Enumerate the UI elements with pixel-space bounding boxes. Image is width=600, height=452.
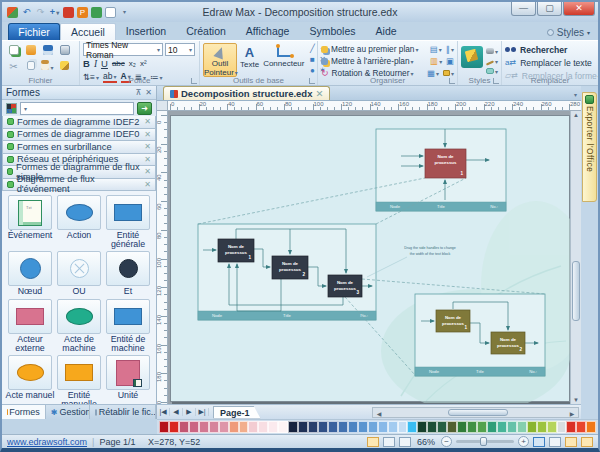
- paste-icon[interactable]: [41, 60, 53, 74]
- text-tool-button[interactable]: A Texte: [239, 43, 260, 77]
- tab-aide[interactable]: Aide: [366, 23, 407, 40]
- color-swatch[interactable]: [278, 421, 288, 433]
- replace-text-button[interactable]: a⇄ Remplacer le texte: [505, 56, 595, 69]
- library-close-icon[interactable]: ✕: [144, 167, 151, 176]
- shape-acteur-externe[interactable]: Acteur externe: [6, 299, 55, 353]
- color-swatch[interactable]: [437, 421, 447, 433]
- redo-icon[interactable]: ↷: [35, 7, 46, 18]
- color-swatch[interactable]: [239, 421, 249, 433]
- send-to-back-button[interactable]: Mettre à l'arrière-plan ▥ ▣: [321, 55, 454, 67]
- italic-button[interactable]: I: [94, 59, 97, 69]
- library-close-icon[interactable]: ✕: [144, 155, 151, 164]
- library-close-icon[interactable]: ✕: [144, 130, 151, 139]
- tab-symboles[interactable]: Symboles: [299, 23, 365, 40]
- color-swatch[interactable]: [537, 421, 547, 433]
- zoom-slider-thumb[interactable]: [480, 437, 487, 446]
- h-scrollbar[interactable]: ◀ ▶: [372, 407, 579, 418]
- color-swatch[interactable]: [368, 421, 378, 433]
- cut-icon[interactable]: ✂: [9, 61, 17, 73]
- v-scrollbar[interactable]: ▲ ▼: [570, 111, 581, 404]
- library-go-button[interactable]: ➜: [137, 102, 152, 115]
- tab-gestion[interactable]: ✱ Gestion: [46, 405, 90, 419]
- normal-view-icon[interactable]: [367, 437, 379, 447]
- rectangle-shape-icon[interactable]: ■: [310, 55, 315, 64]
- color-swatch[interactable]: [507, 421, 517, 433]
- line-shape-icon[interactable]: ╱: [310, 44, 315, 53]
- color-swatch[interactable]: [487, 421, 497, 433]
- print-icon[interactable]: [60, 45, 70, 58]
- shape-entite-generale[interactable]: Entité générale: [104, 195, 153, 249]
- shape-unite[interactable]: Unité: [104, 355, 153, 409]
- color-swatch[interactable]: [358, 421, 368, 433]
- shape-entite-manuelle[interactable]: Entité manuelle: [55, 355, 104, 409]
- library-bar-flux-evenement[interactable]: Diagramme de flux d'événement✕: [2, 179, 156, 192]
- color-swatch[interactable]: [477, 421, 487, 433]
- shape-acte-manuel[interactable]: Acte manuel: [6, 355, 55, 409]
- pin-icon[interactable]: ⊼: [135, 88, 141, 97]
- color-swatch[interactable]: [159, 421, 169, 433]
- close-button[interactable]: ✕: [563, 2, 595, 16]
- align-icon[interactable]: ▤: [430, 44, 442, 54]
- color-swatch[interactable]: [298, 421, 308, 433]
- qat-more-icon[interactable]: ▾: [119, 7, 130, 18]
- color-swatch[interactable]: [557, 421, 567, 433]
- library-color-icon[interactable]: [6, 103, 17, 114]
- color-swatch[interactable]: [417, 421, 427, 433]
- format-painter-icon[interactable]: [60, 61, 69, 73]
- color-swatch[interactable]: [318, 421, 328, 433]
- pointer-tool-button[interactable]: Outil Pointeur: [203, 43, 237, 77]
- shape-entite-machine[interactable]: Entité de machine: [104, 299, 153, 353]
- tab-scroll-icon[interactable]: [573, 88, 577, 99]
- scroll-down-icon[interactable]: ▼: [571, 397, 581, 403]
- color-swatch[interactable]: [586, 421, 596, 433]
- v-scroll-thumb[interactable]: [572, 261, 580, 321]
- export-office-tab[interactable]: Exporter l'Office: [582, 92, 597, 202]
- shape-action[interactable]: Action: [55, 195, 104, 249]
- copy-icon[interactable]: [27, 61, 35, 73]
- prev-page-button[interactable]: ◀: [170, 408, 183, 416]
- outline-view-icon[interactable]: [383, 437, 395, 447]
- color-swatch[interactable]: [268, 421, 278, 433]
- shape-et[interactable]: Et: [104, 251, 153, 296]
- panel-close-icon[interactable]: ✕: [145, 88, 152, 97]
- color-swatch[interactable]: [209, 421, 219, 433]
- color-swatch[interactable]: [258, 421, 268, 433]
- shape-ou[interactable]: OU: [55, 251, 104, 296]
- new-document-icon[interactable]: [105, 7, 116, 18]
- h-scroll-thumb[interactable]: [448, 409, 508, 416]
- move-tool-icon[interactable]: +: [49, 7, 60, 18]
- color-swatch[interactable]: [467, 421, 477, 433]
- shape-noeud[interactable]: Nœud: [6, 251, 55, 296]
- tab-accueil[interactable]: Accueil: [60, 23, 116, 40]
- color-swatch[interactable]: [447, 421, 457, 433]
- color-swatch[interactable]: [566, 421, 576, 433]
- underline-button[interactable]: U: [101, 58, 108, 69]
- color-swatch[interactable]: [407, 421, 417, 433]
- tab-insertion[interactable]: Insertion: [116, 23, 176, 40]
- color-swatch[interactable]: [248, 421, 258, 433]
- color-swatch[interactable]: [427, 421, 437, 433]
- open-folder-icon[interactable]: [26, 45, 36, 58]
- page-tab[interactable]: Page-1: [213, 406, 261, 419]
- superscript-button[interactable]: x²: [140, 59, 147, 68]
- ellipse-shape-icon[interactable]: ●: [310, 66, 315, 75]
- first-page-button[interactable]: |◀: [157, 408, 170, 416]
- save-icon[interactable]: [43, 45, 53, 58]
- scroll-right-icon[interactable]: ▶: [568, 410, 576, 417]
- styles-menu-button[interactable]: Styles ▾: [547, 27, 590, 38]
- subscript-button[interactable]: x₂: [129, 59, 136, 68]
- export-image-icon[interactable]: [91, 7, 102, 18]
- layout-icon[interactable]: ▥: [430, 56, 442, 66]
- font-family-combo[interactable]: Times New Roman: [83, 43, 163, 56]
- document-tab-close-icon[interactable]: ✕: [315, 88, 323, 99]
- library-close-icon[interactable]: ✕: [144, 117, 151, 126]
- maximize-button[interactable]: ▢: [537, 2, 562, 16]
- color-swatch[interactable]: [388, 421, 398, 433]
- tab-retablir[interactable]: Rétablir le fic...: [90, 405, 156, 419]
- font-size-combo[interactable]: 10: [165, 43, 195, 56]
- color-swatch[interactable]: [189, 421, 199, 433]
- library-bar-surbrillance[interactable]: Formes en surbrillance✕: [2, 141, 156, 154]
- zoom-in-button[interactable]: +: [518, 436, 529, 447]
- minimize-button[interactable]: —: [511, 2, 536, 16]
- color-swatch[interactable]: [398, 421, 408, 433]
